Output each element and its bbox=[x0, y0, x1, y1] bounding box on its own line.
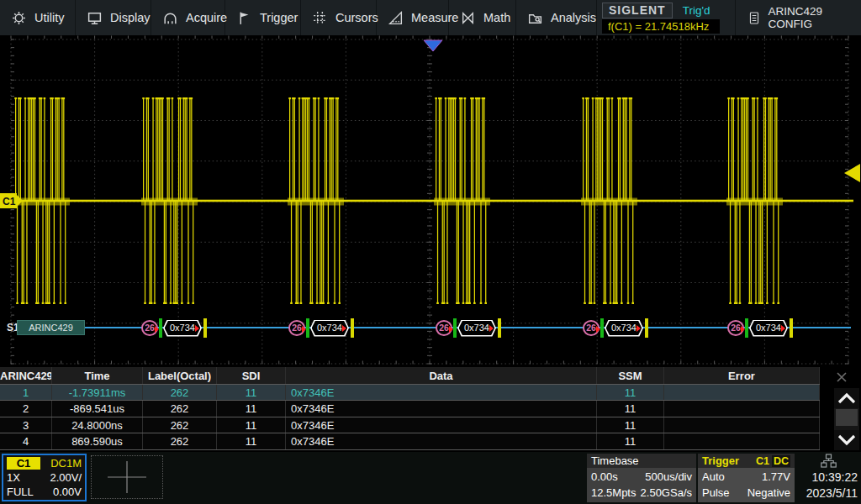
decode-frame-label-badge: 26 bbox=[727, 320, 744, 336]
timebase-descriptor[interactable]: Timebase 0.00s 500us/div 12.5Mpts 2.50GS… bbox=[587, 454, 696, 502]
table-header-cell: Data bbox=[286, 367, 597, 384]
truncation-arrow-icon bbox=[781, 325, 785, 332]
menu-cursors[interactable]: Cursors bbox=[301, 0, 377, 35]
analysis-icon bbox=[527, 10, 543, 26]
table-header-cell: SSM bbox=[597, 367, 664, 384]
decode-frame: 260x734 bbox=[288, 318, 354, 339]
truncation-arrow-icon bbox=[489, 325, 494, 332]
timebase-samplerate: 2.50GSa/s bbox=[641, 486, 692, 499]
table-cell-idx: 2 bbox=[0, 401, 52, 416]
decode-frame-ssm-bracket bbox=[645, 318, 648, 338]
decode-frame-sdi-bracket bbox=[600, 318, 604, 338]
table-cell-time: 24.8000ns bbox=[52, 417, 143, 433]
decode-frame-ssm-bracket bbox=[351, 318, 354, 338]
table-row[interactable]: 2-869.541us262110x7346E11 bbox=[0, 401, 820, 417]
trigger-descriptor[interactable]: Trigger C1 DC Auto 1.77V Pulse Negative bbox=[698, 454, 795, 502]
table-row[interactable]: 324.8000ns262110x7346E11 bbox=[0, 417, 820, 433]
truncation-arrow-icon bbox=[596, 326, 600, 333]
table-cell-label: 262 bbox=[143, 401, 217, 416]
menu-math[interactable]: Math bbox=[449, 0, 516, 35]
timebase-scale: 500us/div bbox=[645, 470, 692, 483]
table-cell-label: 262 bbox=[143, 385, 217, 400]
truncation-arrow-icon bbox=[342, 325, 346, 332]
decode-frame-label-badge: 26 bbox=[583, 320, 600, 336]
channel1-descriptor[interactable]: C1 DC1M 1X 2.00V/ FULL 0.00V bbox=[2, 454, 87, 501]
clock-block: 10:39:22 2023/5/11 bbox=[799, 454, 858, 501]
display-icon bbox=[87, 10, 103, 26]
truncation-arrow-icon bbox=[155, 326, 159, 333]
table-row[interactable]: 4869.590us262110x7346E11 bbox=[0, 433, 820, 449]
math-icon bbox=[460, 10, 476, 26]
chevron-up-icon bbox=[837, 392, 856, 404]
arinc429-config-button[interactable]: ARINC429 CONFIG bbox=[736, 0, 861, 35]
table-row[interactable]: 1-1.73911ms262110x7346E11 bbox=[0, 385, 820, 401]
table-cell-idx: 1 bbox=[0, 385, 52, 400]
menu-bar: Utility Display Acquire Trigger Cursors … bbox=[0, 0, 861, 35]
decode-frame-data: 0x734 bbox=[163, 320, 202, 337]
network-status[interactable] bbox=[799, 454, 858, 470]
table-header-cell: Error bbox=[664, 367, 820, 384]
table-cell-time: 869.590us bbox=[52, 433, 143, 449]
frequency-readout: f(C1) = 21.74518kHz bbox=[602, 19, 720, 34]
menu-trigger-label: Trigger bbox=[260, 11, 298, 24]
table-header-cell: ARINC429 bbox=[0, 367, 52, 384]
trigger-type: Pulse bbox=[702, 486, 730, 499]
decode-frame-sdi-bracket bbox=[306, 318, 309, 338]
table-cell-time: -1.73911ms bbox=[52, 385, 143, 400]
decode-frame-data: 0x734 bbox=[605, 320, 643, 337]
trigger-level: 1.77V bbox=[762, 470, 790, 483]
table-cell-idx: 3 bbox=[0, 417, 52, 433]
list-icon bbox=[747, 10, 761, 26]
table-close-button[interactable] bbox=[824, 368, 859, 386]
truncation-arrow-icon bbox=[449, 326, 453, 333]
menu-measure[interactable]: Measure bbox=[377, 0, 449, 35]
table-header-cell: SDI bbox=[217, 367, 286, 384]
acquisition-status-block: SIGLENT Trig'd f(C1) = 21.74518kHz bbox=[597, 0, 736, 35]
table-header-row: ARINC429TimeLabel(Octal)SDIDataSSMError bbox=[0, 367, 820, 385]
add-channel-area[interactable] bbox=[91, 455, 163, 499]
trigger-source: C1 bbox=[756, 455, 769, 467]
truncation-arrow-icon bbox=[195, 325, 199, 332]
chevron-down-icon bbox=[837, 434, 856, 446]
table-cell-ssm: 11 bbox=[597, 401, 664, 416]
table-cell-time: -869.541us bbox=[52, 401, 143, 416]
menu-acquire[interactable]: Acquire bbox=[151, 0, 225, 35]
table-cell-label: 262 bbox=[143, 433, 217, 449]
menu-cursors-label: Cursors bbox=[335, 11, 378, 24]
table-cell-idx: 4 bbox=[0, 433, 52, 449]
table-cell-label: 262 bbox=[143, 417, 217, 433]
gear-icon bbox=[11, 10, 27, 26]
arinc429-config-label: ARINC429 CONFIG bbox=[769, 5, 861, 30]
decode-bus-row: S1 ARINC429 260x734260x734260x734260x734… bbox=[0, 317, 861, 340]
close-icon bbox=[835, 370, 848, 384]
decode-frame-sdi-bracket bbox=[745, 318, 748, 338]
table-header-cell: Time bbox=[52, 367, 143, 384]
status-bar: C1 DC1M 1X 2.00V/ FULL 0.00V Timebase 0.… bbox=[0, 452, 861, 504]
menu-utility[interactable]: Utility bbox=[0, 0, 76, 35]
menu-math-label: Math bbox=[483, 11, 510, 24]
clock-date: 2023/5/11 bbox=[799, 486, 858, 501]
measure-icon bbox=[388, 10, 404, 26]
decode-frame: 260x734 bbox=[141, 318, 207, 339]
decode-frame-ssm-bracket bbox=[790, 318, 793, 338]
menu-display[interactable]: Display bbox=[76, 0, 151, 35]
channel1-scale: 2.00V/ bbox=[50, 471, 82, 484]
decode-frame-data: 0x734 bbox=[749, 320, 788, 337]
channel1-coupling: DC1M bbox=[50, 457, 82, 470]
decode-frame: 260x734 bbox=[583, 318, 648, 339]
decode-frame: 260x734 bbox=[727, 318, 793, 339]
table-cell-error bbox=[664, 385, 820, 400]
menu-acquire-label: Acquire bbox=[186, 11, 227, 24]
scroll-up-button[interactable] bbox=[834, 388, 859, 408]
network-icon bbox=[821, 454, 837, 468]
table-cell-ssm: 11 bbox=[597, 433, 664, 449]
bus-protocol-badge[interactable]: ARINC429 bbox=[17, 320, 85, 335]
truncation-arrow-icon bbox=[741, 326, 745, 333]
menu-analysis[interactable]: Analysis bbox=[516, 0, 597, 35]
scroll-down-button[interactable] bbox=[834, 430, 859, 450]
table-cell-error bbox=[664, 417, 820, 433]
menu-trigger[interactable]: Trigger bbox=[225, 0, 301, 35]
timebase-memory: 12.5Mpts bbox=[591, 486, 636, 499]
trigger-coupling: DC bbox=[772, 455, 790, 467]
scrollbar-thumb[interactable] bbox=[836, 409, 858, 426]
